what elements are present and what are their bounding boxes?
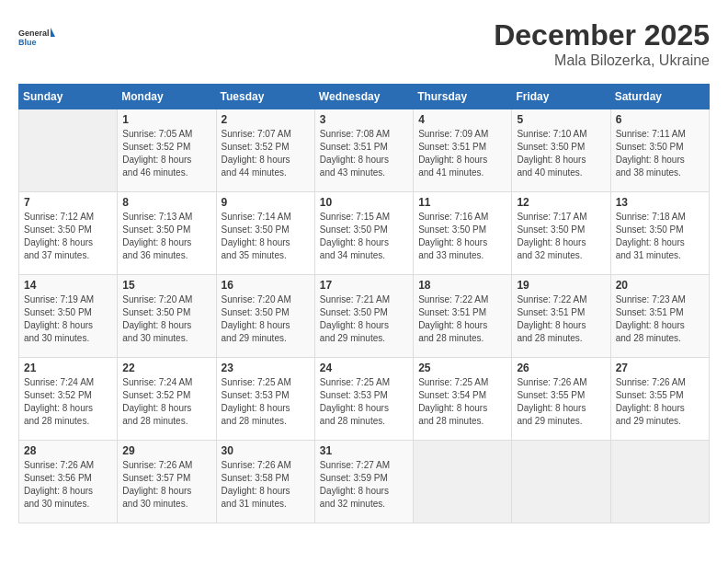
day-info: Sunrise: 7:08 AM Sunset: 3:51 PM Dayligh…	[320, 128, 408, 179]
week-row-3: 14 Sunrise: 7:19 AM Sunset: 3:50 PM Dayl…	[19, 275, 710, 358]
day-cell: 27 Sunrise: 7:26 AM Sunset: 3:55 PM Dayl…	[610, 358, 709, 441]
day-number: 18	[418, 279, 506, 292]
day-number: 2	[222, 113, 310, 126]
week-row-1: 1 Sunrise: 7:05 AM Sunset: 3:52 PM Dayli…	[19, 109, 710, 192]
day-number: 22	[122, 362, 210, 374]
day-number: 13	[616, 196, 704, 209]
day-info: Sunrise: 7:17 AM Sunset: 3:50 PM Dayligh…	[517, 211, 605, 262]
day-cell: 18 Sunrise: 7:22 AM Sunset: 3:51 PM Dayl…	[414, 275, 512, 358]
day-info: Sunrise: 7:10 AM Sunset: 3:50 PM Dayligh…	[517, 128, 605, 179]
day-cell: 17 Sunrise: 7:21 AM Sunset: 3:50 PM Dayl…	[314, 275, 413, 358]
day-cell: 5 Sunrise: 7:10 AM Sunset: 3:50 PM Dayli…	[512, 109, 610, 192]
day-cell: 8 Sunrise: 7:13 AM Sunset: 3:50 PM Dayli…	[118, 192, 216, 275]
day-number: 25	[418, 362, 506, 374]
header-cell-friday: Friday	[512, 85, 610, 109]
calendar-table: SundayMondayTuesdayWednesdayThursdayFrid…	[18, 84, 710, 523]
svg-text:Blue: Blue	[18, 38, 37, 47]
day-cell: 16 Sunrise: 7:20 AM Sunset: 3:50 PM Dayl…	[216, 275, 314, 358]
header-cell-monday: Monday	[118, 85, 216, 109]
logo-svg: General Blue	[18, 18, 55, 55]
day-number: 5	[517, 113, 605, 126]
day-info: Sunrise: 7:24 AM Sunset: 3:52 PM Dayligh…	[122, 376, 210, 428]
day-info: Sunrise: 7:22 AM Sunset: 3:51 PM Dayligh…	[517, 293, 605, 345]
day-cell: 9 Sunrise: 7:14 AM Sunset: 3:50 PM Dayli…	[216, 192, 314, 275]
day-number: 30	[222, 444, 310, 457]
day-info: Sunrise: 7:16 AM Sunset: 3:50 PM Dayligh…	[418, 211, 506, 262]
day-cell: 28 Sunrise: 7:26 AM Sunset: 3:56 PM Dayl…	[19, 441, 118, 523]
day-number: 17	[320, 279, 408, 292]
day-cell: 4 Sunrise: 7:09 AM Sunset: 3:51 PM Dayli…	[414, 109, 512, 192]
day-info: Sunrise: 7:20 AM Sunset: 3:50 PM Dayligh…	[222, 293, 310, 345]
day-cell	[414, 441, 512, 523]
day-info: Sunrise: 7:27 AM Sunset: 3:59 PM Dayligh…	[320, 459, 408, 511]
day-number: 4	[418, 113, 506, 126]
day-info: Sunrise: 7:05 AM Sunset: 3:52 PM Dayligh…	[122, 128, 210, 179]
day-number: 8	[122, 196, 210, 209]
day-info: Sunrise: 7:18 AM Sunset: 3:50 PM Dayligh…	[616, 211, 704, 262]
header-cell-saturday: Saturday	[610, 85, 709, 109]
day-number: 28	[24, 444, 112, 457]
day-info: Sunrise: 7:11 AM Sunset: 3:50 PM Dayligh…	[616, 128, 704, 179]
day-info: Sunrise: 7:14 AM Sunset: 3:50 PM Dayligh…	[222, 211, 310, 262]
day-cell	[19, 109, 118, 192]
day-cell: 19 Sunrise: 7:22 AM Sunset: 3:51 PM Dayl…	[512, 275, 610, 358]
day-cell: 22 Sunrise: 7:24 AM Sunset: 3:52 PM Dayl…	[118, 358, 216, 441]
day-info: Sunrise: 7:25 AM Sunset: 3:54 PM Dayligh…	[418, 376, 506, 428]
day-number: 31	[320, 444, 408, 457]
header-row: SundayMondayTuesdayWednesdayThursdayFrid…	[19, 85, 710, 109]
day-number: 3	[320, 113, 408, 126]
day-number: 27	[616, 362, 704, 374]
day-number: 29	[122, 444, 210, 457]
day-number: 9	[222, 196, 310, 209]
day-info: Sunrise: 7:26 AM Sunset: 3:56 PM Dayligh…	[24, 459, 112, 511]
day-info: Sunrise: 7:07 AM Sunset: 3:52 PM Dayligh…	[222, 128, 310, 179]
title-area: December 2025 Mala Bilozerka, Ukraine	[494, 18, 710, 69]
day-info: Sunrise: 7:26 AM Sunset: 3:55 PM Dayligh…	[616, 376, 704, 428]
header-cell-wednesday: Wednesday	[314, 85, 413, 109]
day-info: Sunrise: 7:23 AM Sunset: 3:51 PM Dayligh…	[616, 293, 704, 345]
day-info: Sunrise: 7:26 AM Sunset: 3:57 PM Dayligh…	[122, 459, 210, 511]
month-title: December 2025	[494, 18, 710, 52]
day-info: Sunrise: 7:25 AM Sunset: 3:53 PM Dayligh…	[320, 376, 408, 428]
day-cell: 15 Sunrise: 7:20 AM Sunset: 3:50 PM Dayl…	[118, 275, 216, 358]
day-info: Sunrise: 7:13 AM Sunset: 3:50 PM Dayligh…	[122, 211, 210, 262]
day-info: Sunrise: 7:09 AM Sunset: 3:51 PM Dayligh…	[418, 128, 506, 179]
header-cell-sunday: Sunday	[19, 85, 118, 109]
day-info: Sunrise: 7:21 AM Sunset: 3:50 PM Dayligh…	[320, 293, 408, 345]
day-cell: 23 Sunrise: 7:25 AM Sunset: 3:53 PM Dayl…	[216, 358, 314, 441]
week-row-5: 28 Sunrise: 7:26 AM Sunset: 3:56 PM Dayl…	[19, 441, 710, 523]
day-info: Sunrise: 7:25 AM Sunset: 3:53 PM Dayligh…	[222, 376, 310, 428]
subtitle: Mala Bilozerka, Ukraine	[494, 52, 710, 69]
day-cell	[610, 441, 709, 523]
day-info: Sunrise: 7:15 AM Sunset: 3:50 PM Dayligh…	[320, 211, 408, 262]
day-cell: 31 Sunrise: 7:27 AM Sunset: 3:59 PM Dayl…	[314, 441, 413, 523]
logo: General Blue	[18, 18, 55, 55]
header-cell-thursday: Thursday	[414, 85, 512, 109]
header-cell-tuesday: Tuesday	[216, 85, 314, 109]
week-row-2: 7 Sunrise: 7:12 AM Sunset: 3:50 PM Dayli…	[19, 192, 710, 275]
day-cell: 10 Sunrise: 7:15 AM Sunset: 3:50 PM Dayl…	[314, 192, 413, 275]
day-cell: 25 Sunrise: 7:25 AM Sunset: 3:54 PM Dayl…	[414, 358, 512, 441]
header: General Blue December 2025 Mala Bilozerk…	[18, 18, 710, 69]
day-cell: 21 Sunrise: 7:24 AM Sunset: 3:52 PM Dayl…	[19, 358, 118, 441]
day-number: 15	[122, 279, 210, 292]
day-cell: 6 Sunrise: 7:11 AM Sunset: 3:50 PM Dayli…	[610, 109, 709, 192]
day-number: 1	[122, 113, 210, 126]
day-number: 20	[616, 279, 704, 292]
day-cell: 24 Sunrise: 7:25 AM Sunset: 3:53 PM Dayl…	[314, 358, 413, 441]
day-number: 7	[24, 196, 112, 209]
day-cell	[512, 441, 610, 523]
day-info: Sunrise: 7:26 AM Sunset: 3:58 PM Dayligh…	[222, 459, 310, 511]
day-number: 14	[24, 279, 112, 292]
week-row-4: 21 Sunrise: 7:24 AM Sunset: 3:52 PM Dayl…	[19, 358, 710, 441]
day-cell: 11 Sunrise: 7:16 AM Sunset: 3:50 PM Dayl…	[414, 192, 512, 275]
day-cell: 12 Sunrise: 7:17 AM Sunset: 3:50 PM Dayl…	[512, 192, 610, 275]
day-number: 19	[517, 279, 605, 292]
day-info: Sunrise: 7:24 AM Sunset: 3:52 PM Dayligh…	[24, 376, 112, 428]
day-number: 23	[222, 362, 310, 374]
day-info: Sunrise: 7:12 AM Sunset: 3:50 PM Dayligh…	[24, 211, 112, 262]
day-cell: 20 Sunrise: 7:23 AM Sunset: 3:51 PM Dayl…	[610, 275, 709, 358]
day-cell: 29 Sunrise: 7:26 AM Sunset: 3:57 PM Dayl…	[118, 441, 216, 523]
day-info: Sunrise: 7:22 AM Sunset: 3:51 PM Dayligh…	[418, 293, 506, 345]
day-cell: 14 Sunrise: 7:19 AM Sunset: 3:50 PM Dayl…	[19, 275, 118, 358]
